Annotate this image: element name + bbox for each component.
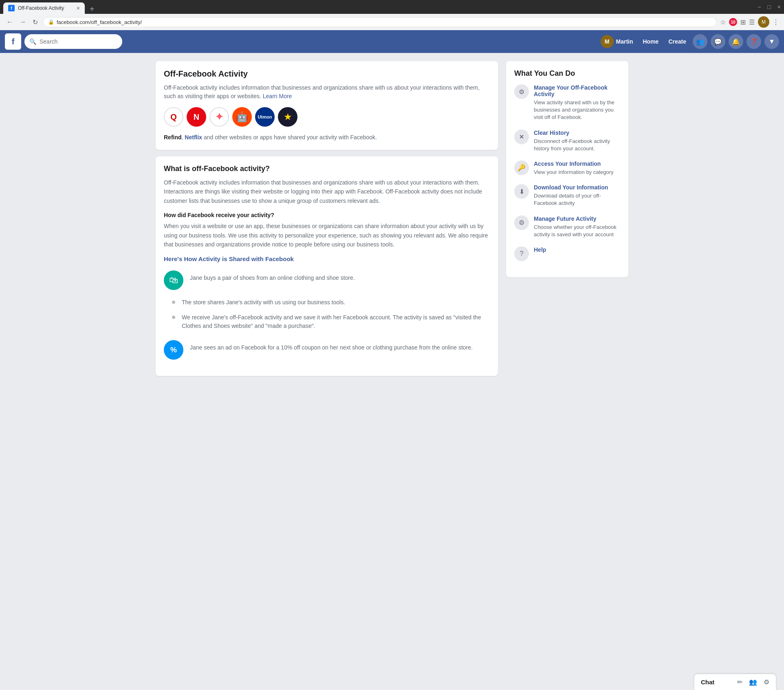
info-subtitle: How did Facebook receive your activity? (164, 212, 490, 218)
close-button[interactable]: × (777, 4, 781, 10)
search-bar[interactable]: 🔍 (24, 34, 122, 49)
right-item-access: 🔑 Access Your Information View your info… (514, 160, 620, 176)
download-desc: Download details of your off-Facebook ac… (534, 192, 620, 207)
dropdown-icon[interactable]: ▼ (764, 34, 779, 49)
info-card-title: What is off-Facebook activity? (164, 165, 490, 173)
messenger-icon[interactable]: 💬 (711, 34, 725, 49)
notifications-icon[interactable]: 🔔 (729, 34, 743, 49)
app-icon-reddit: 🤖 (232, 107, 252, 127)
access-desc: View your information by category (534, 169, 620, 176)
download-icon: ⬇ (514, 184, 529, 199)
app-name-refind: Refind (164, 134, 182, 141)
bullet-1: The store shares Jane's activity with us… (164, 298, 490, 307)
new-tab-button[interactable]: + (85, 4, 99, 14)
restore-button[interactable]: □ (767, 4, 771, 10)
activity-heading: Here's How Activity is Shared with Faceb… (164, 255, 490, 262)
right-panel: What You Can Do ⚙ Manage Your Off-Facebo… (506, 61, 628, 376)
future-icon: ⚙ (514, 215, 529, 230)
main-content: Off-Facebook Activity Off-Facebook activ… (148, 61, 636, 376)
right-item-clear: ✕ Clear History Disconnect off-Facebook … (514, 130, 620, 152)
future-desc: Choose whether your off-Facebook activit… (534, 224, 620, 238)
download-content: Download Your Information Download detai… (534, 184, 620, 207)
avatar: M (601, 35, 614, 48)
info-body-2: When you visit a website or use an app, … (164, 222, 490, 249)
create-nav-link[interactable]: Create (665, 37, 689, 46)
manage-content: Manage Your Off-Facebook Activity View a… (534, 84, 620, 121)
step-icon-discount: % (164, 340, 183, 360)
manage-desc: View activity shared with us by the busi… (534, 99, 620, 121)
app-icon-refind: Q (164, 107, 183, 127)
bookmark-icon[interactable]: ☆ (720, 18, 726, 26)
help-item-icon: ? (514, 246, 529, 261)
future-content: Manage Future Activity Choose whether yo… (534, 215, 620, 238)
app-icon-netflix: N (187, 107, 206, 127)
info-card: What is off-Facebook activity? Off-Faceb… (156, 156, 498, 376)
card-description: Off-Facebook activity includes informati… (164, 84, 490, 101)
right-item-download: ⬇ Download Your Information Download det… (514, 184, 620, 207)
help-link[interactable]: Help (534, 246, 620, 253)
forward-button[interactable]: → (18, 18, 28, 26)
left-panel: Off-Facebook Activity Off-Facebook activ… (156, 61, 498, 376)
back-button[interactable]: ← (5, 18, 15, 26)
activity-flow: 🛍 Jane buys a pair of shoes from an onli… (164, 270, 490, 368)
facebook-logo[interactable]: f (5, 33, 21, 50)
app-desc-rest: and other websites or apps have shared y… (202, 134, 377, 141)
home-nav-link[interactable]: Home (640, 37, 662, 46)
extension-icon-2[interactable]: ☰ (749, 18, 755, 26)
address-bar[interactable]: 🔒 facebook.com/off_facebook_activity/ (43, 17, 717, 27)
url-text: facebook.com/off_facebook_activity/ (57, 19, 711, 25)
access-link[interactable]: Access Your Information (534, 160, 620, 167)
lock-icon: 🔒 (48, 19, 54, 25)
step-1-text: Jane buys a pair of shoes from an online… (190, 270, 355, 282)
bullet-dot-2 (172, 316, 175, 319)
info-body-1: Off-Facebook activity includes informati… (164, 178, 490, 205)
step-2-text: Jane sees an ad on Facebook for a 10% of… (190, 340, 473, 352)
app-name-netflix: Netflix (185, 134, 202, 141)
bullet-2: We receive Jane's off-Facebook activity … (164, 313, 490, 330)
clear-content: Clear History Disconnect off-Facebook ac… (534, 130, 620, 152)
future-link[interactable]: Manage Future Activity (534, 215, 620, 222)
access-content: Access Your Information View your inform… (534, 160, 620, 176)
notification-badge: 10 (729, 18, 737, 26)
friends-icon[interactable]: 👥 (693, 34, 707, 49)
bullet-text-2: We receive Jane's off-Facebook activity … (182, 313, 490, 330)
profile-icon[interactable]: M (758, 16, 769, 28)
facebook-navbar: f 🔍 M Martin Home Create 👥 💬 🔔 ❓ ▼ (0, 30, 784, 53)
help-content: Help (534, 246, 620, 255)
bullet-dot-1 (172, 301, 175, 304)
search-input[interactable] (40, 38, 117, 45)
app-icon-airbnb: ✦ (209, 107, 229, 127)
user-name: Martin (616, 38, 633, 45)
tab-close-button[interactable]: × (77, 5, 80, 11)
app-icon-star: ★ (278, 107, 297, 127)
clear-link[interactable]: Clear History (534, 130, 620, 136)
right-item-future: ⚙ Manage Future Activity Choose whether … (514, 215, 620, 238)
right-item-manage: ⚙ Manage Your Off-Facebook Activity View… (514, 84, 620, 121)
manage-link[interactable]: Manage Your Off-Facebook Activity (534, 84, 620, 97)
step-icon-shopping: 🛍 (164, 270, 183, 290)
manage-icon: ⚙ (514, 84, 529, 99)
refresh-button[interactable]: ↻ (31, 18, 40, 27)
extension-icon-1[interactable]: ⊞ (740, 18, 746, 26)
tab-favicon: f (8, 5, 15, 11)
user-profile-nav[interactable]: M Martin (597, 33, 636, 50)
download-link[interactable]: Download Your Information (534, 184, 620, 191)
tab-title: Off-Facebook Activity (18, 5, 73, 11)
learn-more-link[interactable]: Learn More (263, 93, 292, 99)
menu-icon[interactable]: ⋮ (773, 18, 779, 26)
search-icon: 🔍 (29, 38, 36, 45)
access-icon: 🔑 (514, 160, 529, 175)
right-panel-title: What You Can Do (514, 69, 620, 78)
bullet-text-1: The store shares Jane's activity with us… (182, 298, 490, 307)
help-icon[interactable]: ❓ (747, 34, 761, 49)
activity-step-2: % Jane sees an ad on Facebook for a 10% … (164, 340, 490, 360)
off-facebook-card: Off-Facebook Activity Off-Facebook activ… (156, 61, 498, 150)
card-title: Off-Facebook Activity (164, 69, 490, 79)
app-desc: Refind, Netflix and other websites or ap… (164, 133, 490, 142)
right-card: What You Can Do ⚙ Manage Your Off-Facebo… (506, 61, 628, 277)
clear-icon: ✕ (514, 130, 529, 144)
minimize-button[interactable]: − (758, 4, 761, 10)
clear-desc: Disconnect off-Facebook activity history… (534, 138, 620, 152)
active-browser-tab[interactable]: f Off-Facebook Activity × (3, 2, 85, 14)
app-icon-utmon: Utmon (255, 107, 275, 127)
